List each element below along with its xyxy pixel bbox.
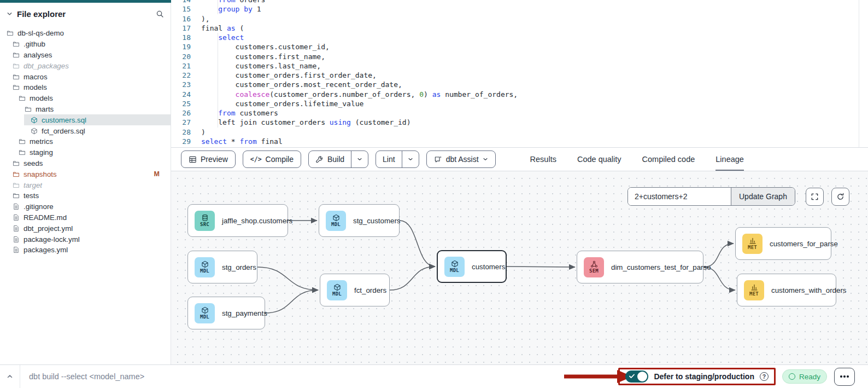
node-label: fct_orders	[354, 286, 386, 294]
tab-code-quality[interactable]: Code quality	[577, 148, 621, 171]
line-number: 23	[171, 80, 191, 89]
node-label: stg_orders	[222, 263, 256, 271]
tree-item-staging[interactable]: staging	[0, 147, 171, 158]
line-number: 15	[171, 4, 191, 14]
tree-item-label: marts	[36, 105, 54, 113]
wrench-icon	[315, 155, 324, 164]
folder-icon	[13, 40, 20, 48]
code-line-25: 25 customer_orders.lifetime_value	[171, 99, 518, 108]
tree-item-label: models	[24, 83, 47, 91]
lineage-node-fct_orders[interactable]: MDLfct_orders	[320, 274, 390, 306]
circle-status-icon	[789, 373, 795, 380]
more-options-button[interactable]	[834, 368, 855, 386]
check-icon	[629, 374, 635, 379]
status-badge[interactable]: Ready	[782, 369, 827, 384]
file-icon	[13, 246, 20, 253]
node-label: customers	[472, 263, 505, 271]
tree-item-marts[interactable]: marts	[0, 104, 171, 115]
lineage-node-stg_payments[interactable]: MDLstg_payments	[187, 297, 265, 329]
tree-item-tests[interactable]: tests	[0, 190, 171, 201]
fullscreen-button[interactable]	[806, 188, 824, 206]
build-split-button: Build	[308, 150, 368, 168]
sem-badge: SEM	[584, 257, 604, 277]
command-input[interactable]	[20, 372, 614, 381]
build-label: Build	[327, 155, 344, 164]
tree-item-label: db-sl-qs-demo	[17, 29, 64, 37]
node-label: stg_payments	[222, 309, 267, 317]
tree-item-db-sl-qs-demo[interactable]: db-sl-qs-demo	[0, 28, 171, 39]
lineage-node-jaffle_shop.customers[interactable]: SRCjaffle_shop.customers	[187, 204, 288, 237]
lint-button[interactable]: Lint	[376, 151, 402, 167]
tree-item-seeds[interactable]: seeds	[0, 158, 171, 169]
chevron-up-icon[interactable]	[0, 365, 20, 388]
dbt-assist-button[interactable]: dbt Assist	[426, 150, 496, 168]
tree-item-metrics[interactable]: metrics	[0, 136, 171, 147]
annotation-box: Defer to staging/production ?	[618, 368, 776, 385]
line-number: 26	[171, 108, 191, 118]
tree-item-snapshots[interactable]: snapshotsM	[0, 169, 171, 179]
tab-results[interactable]: Results	[530, 148, 556, 171]
tree-item-readme-md[interactable]: README.md	[0, 212, 171, 223]
tree-item-customers-sql[interactable]: customers.sql	[24, 114, 171, 125]
tab-lineage[interactable]: Lineage	[715, 148, 744, 171]
code-editor[interactable]: 14from orders15group by 116),17final as …	[171, 0, 868, 148]
mdl-badge: MDL	[326, 211, 346, 231]
build-button[interactable]: Build	[309, 151, 351, 167]
tree-item-package-lock-yml[interactable]: package-lock.yml	[0, 234, 171, 245]
build-dropdown-chevron-icon[interactable]	[351, 151, 368, 167]
line-number: 14	[171, 0, 191, 4]
lineage-node-stg_customers[interactable]: MDLstg_customers	[319, 204, 400, 237]
lineage-node-dim_customers_test_for_parse[interactable]: SEMdim_customers_test_for_parse	[577, 251, 703, 283]
folder-icon	[13, 73, 20, 80]
lineage-node-customers_with_orders[interactable]: METcustomers_with_orders	[737, 274, 836, 306]
lint-dropdown-chevron-icon[interactable]	[402, 151, 419, 167]
line-number: 28	[171, 128, 191, 137]
lineage-filter-input[interactable]	[628, 188, 731, 205]
tree-item-dbt-project-yml[interactable]: dbt_project.yml	[0, 223, 171, 234]
lineage-node-customers_for_parse[interactable]: METcustomers_for_parse	[735, 227, 831, 260]
editor-scrollbar[interactable]	[859, 0, 859, 147]
assist-dropdown-chevron-icon	[483, 157, 488, 162]
tree-item--gitignore[interactable]: .gitignore	[0, 201, 171, 212]
tree-item-analyses[interactable]: analyses	[0, 50, 171, 61]
code-line-16: 16),	[171, 14, 518, 24]
code-line-19: 19 customers.customer_id,	[171, 42, 518, 51]
mdl-badge: MDL	[195, 303, 215, 323]
tree-item-label: metrics	[30, 137, 53, 146]
line-number: 21	[171, 61, 191, 71]
lineage-node-stg_orders[interactable]: MDLstg_orders	[187, 251, 257, 283]
ready-label: Ready	[799, 373, 820, 381]
help-icon[interactable]: ?	[760, 372, 769, 381]
compile-button[interactable]: </> Compile	[243, 150, 301, 168]
tree-item-dbt-packages[interactable]: dbt_packages	[0, 60, 171, 71]
file-explorer-title: File explorer	[17, 9, 151, 19]
search-icon[interactable]	[156, 10, 164, 18]
lineage-node-customers[interactable]: MDLcustomers	[437, 250, 507, 283]
refresh-button[interactable]	[831, 188, 849, 206]
code-line-27: 27left join customer_orders using (custo…	[171, 118, 518, 127]
node-label: stg_customers	[353, 217, 400, 225]
file-icon	[13, 214, 20, 221]
tree-item-models[interactable]: models	[0, 82, 171, 93]
tree-item-label: staging	[30, 148, 53, 157]
tree-item-packages-yml[interactable]: packages.yml	[0, 245, 171, 256]
code-line-18: 18select	[171, 33, 518, 42]
tree-item-label: package-lock.yml	[24, 235, 80, 244]
dbt-cloud-ide: File explorer db-sl-qs-demo.githubanalys…	[0, 0, 868, 388]
defer-toggle[interactable]	[625, 370, 648, 383]
tab-compiled-code[interactable]: Compiled code	[642, 148, 695, 171]
tree-item-label: tests	[24, 192, 39, 200]
node-label: customers_for_parse	[770, 240, 838, 248]
tree-item-macros[interactable]: macros	[0, 71, 171, 82]
line-number: 16	[171, 14, 191, 24]
preview-button[interactable]: Preview	[181, 150, 236, 168]
tree-item--github[interactable]: .github	[0, 39, 171, 50]
tree-item-label: customers.sql	[42, 116, 86, 124]
file-explorer-header: File explorer	[0, 3, 171, 25]
update-graph-button[interactable]: Update Graph	[731, 188, 795, 205]
chevron-down-icon[interactable]	[7, 11, 13, 17]
tree-item-models[interactable]: models	[0, 93, 171, 104]
tree-item-fct-orders-sql[interactable]: fct_orders.sql	[0, 125, 171, 136]
fullscreen-icon	[811, 193, 819, 201]
tree-item-target[interactable]: target	[0, 179, 171, 190]
